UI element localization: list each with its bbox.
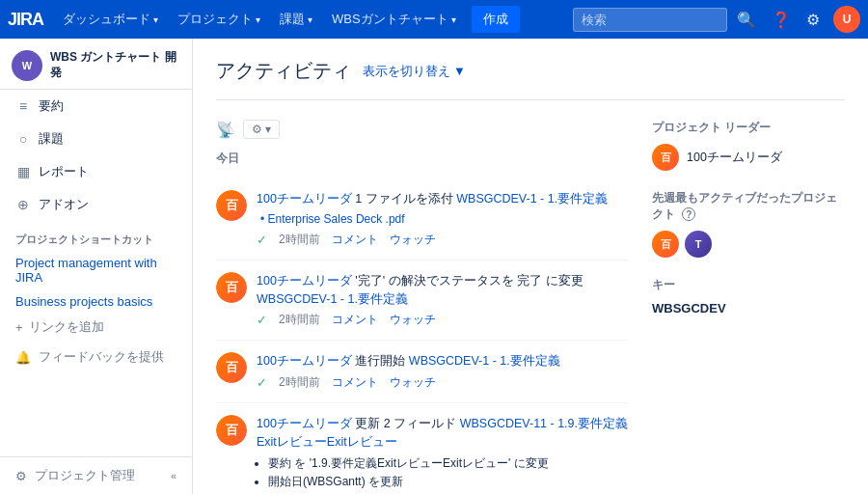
- sidebar-shortcut-1[interactable]: Project management with JIRA: [0, 251, 192, 289]
- feedback-button[interactable]: 🔔 フィードバックを提供: [0, 341, 192, 373]
- leader-name: 100チームリーダ: [687, 150, 782, 166]
- feed-settings-button[interactable]: ⚙ ▾: [243, 120, 280, 139]
- user-avatar[interactable]: U: [833, 6, 860, 33]
- activity-meta: ✓ 2時間前 コメント ウォッチ: [257, 312, 629, 328]
- collapse-icon: «: [171, 470, 176, 481]
- feed-controls: 📡 ⚙ ▾: [216, 120, 629, 139]
- topnav: JIRA ダッシュボード ▾ プロジェクト ▾ 課題 ▾ WBSガントチャート …: [0, 0, 868, 39]
- chevron-down-icon: ▼: [453, 64, 466, 78]
- help-icon[interactable]: ❓: [766, 11, 797, 29]
- activity-text: 100チームリーダ 1 ファイルを添付 WBSGCDEV-1 - 1.要件定義: [257, 190, 629, 208]
- nav-wbs[interactable]: WBSガントチャート ▾: [324, 0, 464, 39]
- check-icon: ✓: [257, 233, 267, 247]
- active-section-title: 先週最もアクティブだったプロジェクト ?: [652, 190, 845, 223]
- user-link[interactable]: 100チームリーダ: [257, 274, 352, 288]
- settings-icon[interactable]: ⚙: [800, 11, 826, 29]
- content-area: 📡 ⚙ ▾ 今日 百 100チームリーダ 1 ファイルを添付 WBSGCDEV-…: [216, 120, 845, 494]
- leader-section-title: プロジェクト リーダー: [652, 120, 845, 136]
- key-value: WBSGCDEV: [652, 301, 845, 316]
- sidebar-project-header: W WBS ガントチャート 開発: [0, 39, 192, 90]
- list-item: 百 100チームリーダ 1 ファイルを添付 WBSGCDEV-1 - 1.要件定…: [216, 178, 629, 261]
- avatar: 百: [216, 352, 247, 383]
- page-header: アクティビティ 表示を切り替え ▼: [216, 58, 845, 100]
- activity-text: 100チームリーダ 更新 2 フィールド WBSGCDEV-11 - 1.9.要…: [257, 415, 629, 452]
- toggle-button[interactable]: 表示を切り替え ▼: [363, 63, 466, 80]
- addons-icon: ⊕: [15, 197, 31, 212]
- active-avatars: 百 T: [652, 231, 845, 258]
- activity-time: 2時間前: [279, 374, 320, 391]
- active-projects-section: 先週最もアクティブだったプロジェクト ? 百 T: [652, 190, 845, 258]
- activity-time: 2時間前: [279, 312, 320, 328]
- project-icon: W: [12, 50, 42, 81]
- today-label: 今日: [216, 151, 629, 167]
- add-link-button[interactable]: + リンクを追加: [0, 314, 192, 341]
- sidebar-shortcut-2[interactable]: Business projects basics: [0, 289, 192, 314]
- activity-text: 100チームリーダ 進行開始 WBSGCDEV-1 - 1.要件定義: [257, 352, 629, 370]
- avatar: 百: [216, 272, 247, 303]
- sidebar-item-label: レポート: [39, 163, 89, 180]
- jira-logo: JIRA: [8, 10, 43, 30]
- activity-time: 2時間前: [279, 232, 320, 248]
- issue-link[interactable]: WBSGCDEV-1 - 1.要件定義: [456, 192, 608, 206]
- active-avatar-2: T: [685, 231, 712, 258]
- chevron-icon: ▾: [153, 14, 158, 25]
- comment-link[interactable]: コメント: [332, 312, 378, 328]
- chevron-icon: ▾: [256, 14, 260, 25]
- leader-row: 百 100チームリーダ: [652, 144, 845, 171]
- active-avatar-1: 百: [652, 231, 679, 258]
- sidebar-bottom: ⚙ プロジェクト管理 «: [0, 456, 192, 494]
- attachment-link[interactable]: • Enterprise Sales Deck .pdf: [257, 212, 629, 226]
- watch-link[interactable]: ウォッチ: [390, 374, 436, 391]
- comment-link[interactable]: コメント: [332, 232, 378, 248]
- list-item: 百 100チームリーダ 更新 2 フィールド WBSGCDEV-11 - 1.9…: [216, 403, 629, 494]
- activity-bullets: 要約 を '1.9.要件定義ExitレビューExitレビュー' に変更 開始日(…: [257, 455, 629, 490]
- app-layout: W WBS ガントチャート 開発 ≡ 要約 ○ 課題 ▦ レポート ⊕ アドオン…: [0, 39, 868, 494]
- create-button[interactable]: 作成: [472, 6, 520, 33]
- chevron-icon: ▾: [308, 14, 312, 25]
- comment-link[interactable]: コメント: [332, 374, 378, 391]
- page-title: アクティビティ: [216, 58, 351, 84]
- watch-link[interactable]: ウォッチ: [390, 232, 436, 248]
- search-icon[interactable]: 🔍: [731, 11, 762, 29]
- user-link[interactable]: 100チームリーダ: [257, 192, 352, 206]
- rss-icon[interactable]: 📡: [216, 121, 235, 139]
- watch-link[interactable]: ウォッチ: [390, 312, 436, 328]
- sidebar-item-label: 課題: [39, 130, 64, 148]
- feedback-icon: 🔔: [15, 350, 31, 365]
- avatar: 百: [216, 415, 247, 446]
- issues-icon: ○: [15, 131, 31, 147]
- summary-icon: ≡: [15, 98, 31, 114]
- sidebar-item-reports[interactable]: ▦ レポート: [0, 155, 192, 188]
- activity-feed: 📡 ⚙ ▾ 今日 百 100チームリーダ 1 ファイルを添付 WBSGCDEV-…: [216, 120, 629, 494]
- sidebar-item-summary[interactable]: ≡ 要約: [0, 90, 192, 123]
- project-management-button[interactable]: ⚙ プロジェクト管理 «: [0, 457, 192, 494]
- sidebar-item-issues[interactable]: ○ 課題: [0, 123, 192, 155]
- list-item: 百 100チームリーダ '完了' の解決でステータスを 完了 に変更 WBSGC…: [216, 261, 629, 342]
- right-panel: プロジェクト リーダー 百 100チームリーダ 先週最もアクティブだったプロジェ…: [652, 120, 845, 494]
- sidebar: W WBS ガントチャート 開発 ≡ 要約 ○ 課題 ▦ レポート ⊕ アドオン…: [0, 39, 193, 494]
- avatar: 百: [216, 190, 247, 221]
- sidebar-item-label: 要約: [39, 97, 64, 115]
- issue-link[interactable]: WBSGCDEV-1 - 1.要件定義: [409, 354, 560, 368]
- search-input[interactable]: [573, 8, 727, 32]
- nav-projects[interactable]: プロジェクト ▾: [170, 0, 268, 39]
- main-content: アクティビティ 表示を切り替え ▼ 📡 ⚙ ▾ 今日 百: [193, 39, 868, 494]
- activity-meta: ✓ 2時間前 コメント ウォッチ: [257, 232, 629, 248]
- plus-icon: +: [15, 320, 23, 335]
- question-icon[interactable]: ?: [682, 207, 695, 221]
- sidebar-item-addons[interactable]: ⊕ アドオン: [0, 188, 192, 221]
- project-leader-section: プロジェクト リーダー 百 100チームリーダ: [652, 120, 845, 171]
- leader-avatar: 百: [652, 144, 679, 171]
- issue-link[interactable]: WBSGCDEV-1 - 1.要件定義: [257, 292, 408, 306]
- key-section-title: キー: [652, 277, 845, 293]
- sidebar-item-label: アドオン: [39, 196, 89, 213]
- shortcuts-title: プロジェクトショートカット: [0, 221, 192, 251]
- activity-text: 100チームリーダ '完了' の解決でステータスを 完了 に変更 WBSGCDE…: [257, 272, 629, 309]
- user-link[interactable]: 100チームリーダ: [257, 354, 352, 368]
- chevron-icon: ▾: [451, 14, 456, 25]
- user-link[interactable]: 100チームリーダ: [257, 417, 352, 430]
- key-section: キー WBSGCDEV: [652, 277, 845, 316]
- nav-dashboard[interactable]: ダッシュボード ▾: [55, 0, 166, 39]
- nav-issues[interactable]: 課題 ▾: [272, 0, 320, 39]
- gear-icon: ⚙: [15, 469, 27, 483]
